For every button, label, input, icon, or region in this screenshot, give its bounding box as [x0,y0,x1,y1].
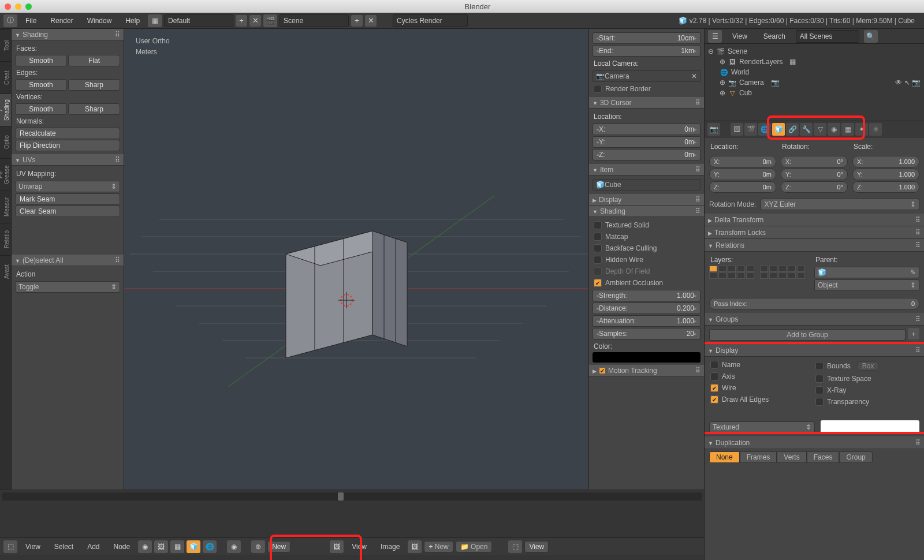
compositor-type-icon[interactable]: 🖼 [154,540,168,553]
scale-y[interactable]: Y:1.000 [852,169,919,180]
rot-z[interactable]: Z:0° [781,181,848,193]
rotmode-dropdown[interactable]: XYZ Euler⇕ [761,199,919,210]
end-field[interactable]: ◂ End:1km ▸ [593,45,701,57]
scene-add-button[interactable]: + [351,15,363,27]
tab-measure[interactable]: Measur [0,191,11,223]
node-node[interactable]: Node [108,541,136,552]
cursor-z[interactable]: ◂ Z:0m ▸ [593,149,701,160]
timeline-scrollbar[interactable] [2,492,702,501]
add-group-plus[interactable]: + [908,328,919,339]
transform-locks-header[interactable]: ▶Transform Locks⠿ [705,226,924,239]
dup-group[interactable]: Group [839,451,872,463]
ao-checkbox[interactable]: ✔Ambient Occlusion [593,277,701,289]
mark-seam-button[interactable]: Mark Seam [15,193,120,205]
layers-grid[interactable] [709,266,805,279]
hidden-wire-checkbox[interactable]: Hidden Wire [593,254,701,266]
tree-world[interactable]: 🌐World [708,67,921,77]
add-to-group-button[interactable]: Add to Group [709,329,906,341]
motion-tracking-panel-header[interactable]: ▶✔Motion Tracking⠿ [589,365,704,376]
uv-view[interactable]: View [524,541,549,552]
duplication-mode[interactable]: None Frames Verts Faces Group [709,451,919,463]
tab-avastar[interactable]: Avast [0,255,11,288]
clear-seam-button[interactable]: Clear Seam [15,206,120,217]
action-dropdown[interactable]: Toggle⇕ [15,281,120,293]
ao-distance[interactable]: ◂ Distance:0.200 ▸ [593,303,701,314]
start-field[interactable]: ◂ Start:10cm ▸ [593,32,701,44]
cursor-panel-header[interactable]: ▼3D Cursor⠿ [589,97,704,109]
menu-file[interactable]: File [20,15,42,27]
tree-camera[interactable]: ⊕📷Camera📷👁 ↖ 📷 [708,77,921,88]
object-color[interactable] [821,420,919,433]
drawtype-dropdown[interactable]: Textured⇕ [709,421,815,433]
display-xray-checkbox[interactable]: X-Ray [814,384,919,396]
dup-faces[interactable]: Faces [807,451,840,463]
camera-field[interactable]: 📷 Camera✕ [593,70,701,82]
textured-solid-checkbox[interactable]: Textured Solid [593,219,701,231]
recalculate-button[interactable]: Recalculate [15,128,120,139]
unwrap-dropdown[interactable]: Unwrap⇕ [15,181,120,192]
uv-slot-icon[interactable]: ⬚ [508,540,522,553]
tab-material-icon[interactable]: ◉ [828,123,840,136]
node-add[interactable]: Add [81,541,105,552]
display-bounds-checkbox[interactable]: BoundsBox [814,359,919,373]
verts-smooth-button[interactable]: Smooth [15,103,67,115]
item-panel-header[interactable]: ▼Item⠿ [589,164,704,176]
tab-renderlayers-icon[interactable]: 🖼 [731,123,743,136]
tab-shading[interactable]: Shading / [0,94,11,126]
zoom-icon[interactable] [25,3,32,10]
uvs-panel-header[interactable]: ▼UVs⠿ [12,154,124,166]
display-drawedges-checkbox[interactable]: ✔Draw All Edges [709,394,814,405]
3d-viewport[interactable]: User Ortho Meters [124,29,704,560]
img-open-button[interactable]: 📁 Open [456,541,493,552]
shading-panel-header-n[interactable]: ▼Shading⠿ [589,206,704,217]
tab-relations[interactable]: Relatio [0,223,11,255]
dup-frames[interactable]: Frames [740,451,777,463]
render-engine-dropdown[interactable]: Cycles Render [393,14,468,27]
node-editor-icon[interactable]: ⬚ [3,540,17,553]
parent-field[interactable]: 🧊✎ [814,267,919,278]
tree-renderlayers[interactable]: ⊕🖼RenderLayers▦ [708,57,921,67]
scene-remove-button[interactable]: ✕ [365,15,377,27]
layout-remove-button[interactable]: ✕ [249,15,261,27]
ao-strength[interactable]: ◂ Strength:1.000 ▸ [593,290,701,301]
tab-object-icon[interactable]: 🧊 [772,123,785,136]
display-header[interactable]: ▼Display⠿ [705,344,924,357]
duplication-header[interactable]: ▼Duplication⠿ [705,436,924,449]
loc-y[interactable]: Y:0m [709,169,776,180]
verts-sharp-button[interactable]: Sharp [68,103,120,115]
cursor-x[interactable]: ◂ X:0m ▸ [593,124,701,135]
scale-x[interactable]: X:1.000 [852,156,919,167]
dup-none[interactable]: None [709,451,740,463]
display-panel-header[interactable]: ▶Display⠿ [589,194,704,206]
relations-header[interactable]: ▼Relations⠿ [705,239,924,252]
item-name-field[interactable]: 🧊 Cube [593,179,701,191]
pass-index[interactable]: Pass Index:0 [709,298,919,309]
img-browse-icon[interactable]: 🖼 [408,540,422,553]
minimize-icon[interactable] [15,3,21,10]
ao-samples[interactable]: ◂ Samples:20 ▸ [593,328,701,339]
layout-dropdown[interactable]: Default [164,14,233,27]
tab-texture-icon[interactable]: ▦ [841,123,854,136]
display-texspace-checkbox[interactable]: Texture Space [814,373,919,384]
tab-greasepencil[interactable]: Grease Pe [0,158,11,191]
parent-type[interactable]: Object⇕ [814,279,919,291]
delta-transform-header[interactable]: ▶Delta Transform⠿ [705,214,924,226]
outliner-mode-dropdown[interactable]: All Scenes [796,30,859,43]
ao-attenuation[interactable]: ◂ Attenuation:1.000 ▸ [593,315,701,327]
rot-x[interactable]: X:0° [781,156,848,167]
menu-render[interactable]: Render [44,15,79,27]
img-image[interactable]: Image [375,541,405,552]
info-editor-icon[interactable]: ⓘ [3,14,17,27]
tab-particles-icon[interactable]: ✦ [855,123,868,136]
img-new-button[interactable]: + New [424,541,453,552]
img-view[interactable]: View [346,541,372,552]
backface-culling-checkbox[interactable]: Backface Culling [593,242,701,254]
menu-help[interactable]: Help [120,15,146,27]
rot-y[interactable]: Y:0° [781,169,848,180]
display-name-checkbox[interactable]: Name [709,359,814,371]
loc-x[interactable]: X:0m [709,156,776,167]
outliner-editor-icon[interactable]: ☰ [708,30,722,43]
tab-tool[interactable]: Tool [0,29,11,61]
groups-header[interactable]: ▼Groups⠿ [705,313,924,326]
display-transparency-checkbox[interactable]: Transparency [814,396,919,408]
